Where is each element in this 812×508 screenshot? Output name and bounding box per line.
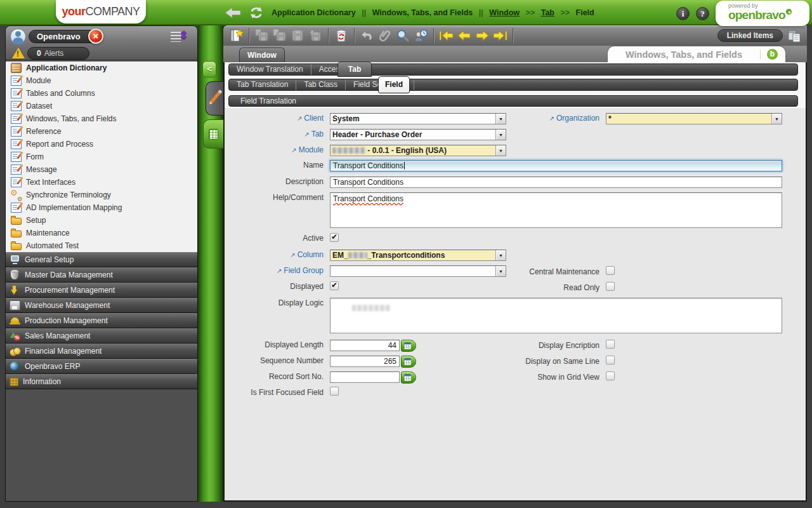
record-sort-no-input[interactable] <box>330 371 400 383</box>
openbravo-spiral-icon <box>786 9 792 15</box>
sidebar-item[interactable]: Reference <box>6 125 197 138</box>
help-icon[interactable]: ? <box>696 7 709 20</box>
sidebar-item[interactable]: Setup <box>6 214 197 227</box>
active-checkbox[interactable] <box>330 233 339 242</box>
column-select[interactable]: EM__Transportconditions ▼ <box>330 250 506 261</box>
save-new-icon <box>254 27 270 44</box>
sidebar-item[interactable]: Automated Test <box>6 239 197 252</box>
calculator-icon[interactable] <box>401 340 416 352</box>
displayed-checkbox[interactable] <box>330 281 339 290</box>
procurement-icon <box>10 285 20 295</box>
save-close-icon <box>307 27 324 44</box>
displayed-length-input[interactable]: 44 <box>330 340 400 351</box>
display-logic-textarea[interactable] <box>330 298 782 333</box>
central-maintenance-checkbox[interactable] <box>606 266 615 275</box>
tab-label[interactable]: ↗Tab <box>228 129 324 140</box>
name-input[interactable]: Transport Conditions <box>330 160 782 171</box>
field-group-label[interactable]: ↗Field Group <box>228 265 324 276</box>
logout-icon[interactable]: × <box>88 29 103 44</box>
sidebar-item[interactable]: Procurement Management <box>6 283 197 298</box>
linked-items-icon[interactable] <box>787 28 802 43</box>
tab-tab-active[interactable]: Tab <box>337 62 372 77</box>
sidebar-item[interactable]: Windows, Tabs, and Fields <box>6 112 197 125</box>
sidebar-item[interactable]: Openbravo ERP <box>6 359 197 374</box>
edit-mode-tab[interactable] <box>206 81 223 116</box>
breadcrumb-link-tab[interactable]: Tab <box>541 8 554 17</box>
sidebar-item[interactable]: Tables and Columns <box>6 87 197 100</box>
is-first-focused-field-checkbox[interactable] <box>330 387 339 396</box>
help-comment-textarea[interactable]: Transport Conditions <box>330 192 782 228</box>
sidebar-item[interactable]: Master Data Management <box>6 267 197 283</box>
tab-field-translation[interactable]: Field Translation <box>240 97 296 105</box>
search-icon[interactable] <box>395 27 411 44</box>
sidebar-item-label: Master Data Management <box>25 271 113 279</box>
client-label[interactable]: ↗Client <box>228 113 324 124</box>
calculator-icon[interactable] <box>401 371 416 384</box>
sidebar-item-label: General Setup <box>25 255 74 264</box>
display-encription-checkbox[interactable] <box>606 340 615 349</box>
sidebar-item[interactable]: Form <box>6 150 197 163</box>
sidebar-item[interactable]: General Setup <box>6 252 197 267</box>
sidebar-item[interactable]: Sales Management <box>6 328 197 344</box>
back-icon[interactable] <box>224 6 242 20</box>
show-in-grid-view-checkbox[interactable] <box>606 371 615 380</box>
tab-select[interactable]: Header - Purchase Order▼ <box>330 129 506 140</box>
tab-window[interactable]: Window <box>239 48 285 62</box>
sidebar-item[interactable]: Text Interfaces <box>6 176 197 189</box>
sidebar-item[interactable]: Warehouse Management <box>6 298 197 313</box>
grid-view-tab[interactable] <box>203 119 223 149</box>
client-select[interactable]: System▼ <box>330 113 506 124</box>
sidebar-item[interactable]: Application Dictionary <box>6 62 197 74</box>
organization-label[interactable]: ↗Organization <box>504 113 599 124</box>
breadcrumb-current: Field <box>576 8 594 17</box>
tab-item[interactable]: Tab Class <box>296 79 346 90</box>
sidebar-item[interactable]: Maintenance <box>6 227 197 239</box>
nav-next-icon[interactable] <box>474 27 490 44</box>
tab-field-active[interactable]: Field <box>378 76 410 93</box>
nav-last-icon[interactable] <box>492 27 508 44</box>
collapse-sidebar-button[interactable]: < <box>202 61 216 77</box>
breadcrumb: Application Dictionary || Windows, Tabs,… <box>272 0 594 25</box>
read-only-checkbox[interactable] <box>606 282 615 291</box>
page-title: Windows, Tabs, and Fields <box>608 50 760 60</box>
sidebar-item[interactable]: Dataset <box>6 100 197 112</box>
openbravo-logo: powered by openbravo <box>716 1 809 26</box>
sidebar-item[interactable]: Module <box>6 74 197 87</box>
info-icon[interactable]: i <box>676 7 690 20</box>
breadcrumb-link-window[interactable]: Window <box>489 8 520 17</box>
link-icon: ↗ <box>297 115 302 122</box>
sequence-number-input[interactable]: 265 <box>330 356 400 367</box>
alerts-badge[interactable]: 0Alerts <box>27 47 89 60</box>
sidebar-item[interactable]: Information <box>6 374 197 389</box>
refresh-icon[interactable] <box>248 6 265 20</box>
display-on-same-line-checkbox[interactable] <box>606 356 615 364</box>
sidebar-item-label: Synchronize Terminology <box>26 190 111 199</box>
nav-first-icon[interactable] <box>438 27 455 44</box>
delete-icon[interactable] <box>333 27 350 44</box>
nav-prev-icon[interactable] <box>456 27 473 44</box>
field-group-select[interactable]: ▼ <box>330 265 506 277</box>
link-icon: ↗ <box>304 131 309 138</box>
menu-expand-icon[interactable]: ⇕ <box>171 30 188 43</box>
tab-item[interactable]: Window Translation <box>229 64 311 75</box>
sidebar-item[interactable]: Production Management <box>6 313 197 328</box>
audit-icon[interactable] <box>412 27 429 44</box>
tab-item[interactable]: Tab Translation <box>229 79 296 90</box>
main-toolbar: Linked Items <box>223 25 807 46</box>
description-input[interactable]: Transport Conditions <box>330 177 782 188</box>
module-label[interactable]: ↗Module <box>228 145 324 156</box>
sidebar-item[interactable]: Financial Management <box>6 344 197 359</box>
sidebar-item[interactable]: AD Implementation Mapping <box>6 201 197 214</box>
sidebar-item[interactable]: Report and Process <box>6 138 197 150</box>
linked-items-button[interactable]: Linked Items <box>717 29 783 42</box>
sidebar-item[interactable]: Synchronize Terminology <box>6 189 197 201</box>
new-record-icon[interactable] <box>228 27 244 44</box>
column-label[interactable]: ↗Column <box>228 250 324 260</box>
attachment-icon[interactable] <box>377 27 393 44</box>
sidebar-item[interactable]: Message <box>6 163 197 176</box>
organization-select[interactable]: *▼ <box>606 113 782 124</box>
globe-icon <box>10 361 20 371</box>
module-select[interactable]: - 0.0.1 - English (USA) ▼ <box>330 145 506 156</box>
undo-icon[interactable] <box>359 27 376 44</box>
calculator-icon[interactable] <box>401 356 416 368</box>
